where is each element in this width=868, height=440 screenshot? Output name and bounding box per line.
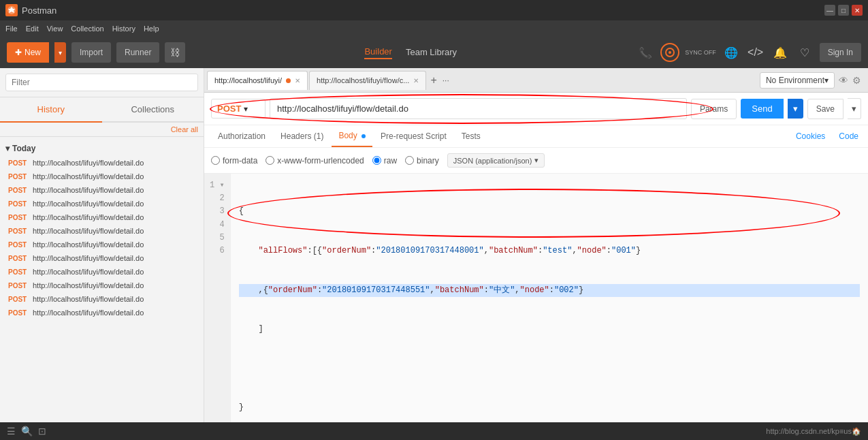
pre-request-tab[interactable]: Pre-request Script: [374, 126, 453, 146]
runner-button[interactable]: Runner: [116, 42, 159, 63]
history-url: http://localhost/lifuyi/flow/detail.do: [33, 281, 144, 289]
tab-2[interactable]: http://localhost/lifuyi/flow/c... ✕: [309, 71, 426, 90]
menu-file[interactable]: File: [5, 25, 18, 33]
form-data-radio[interactable]: [211, 156, 220, 165]
raw-option[interactable]: raw: [372, 156, 397, 166]
menu-edit[interactable]: Edit: [26, 25, 39, 33]
filter-input[interactable]: [5, 74, 198, 91]
postman-icon: [5, 4, 18, 16]
urlencoded-radio[interactable]: [266, 156, 274, 165]
status-bar: ☰ 🔍 ⊡ http://blog.csdn.net/kp≡us🏠: [0, 422, 868, 440]
urlencoded-option[interactable]: x-www-form-urlencoded: [266, 156, 364, 166]
history-item[interactable]: POST http://localhost/lifuyi/flow/detail…: [5, 224, 198, 238]
sign-in-button[interactable]: Sign In: [820, 43, 861, 62]
params-button[interactable]: Params: [691, 99, 737, 119]
team-library-nav[interactable]: Team Library: [406, 47, 457, 59]
line-num: 4: [210, 219, 225, 232]
sidebar-actions: Clear all: [0, 123, 204, 137]
tab-2-close-icon[interactable]: ✕: [413, 77, 419, 84]
method-badge: POST: [8, 241, 29, 249]
tab-dot: [286, 78, 291, 83]
env-dropdown-icon: ▾: [824, 76, 829, 85]
method-badge: POST: [8, 268, 29, 276]
cookies-link[interactable]: Cookies: [793, 126, 828, 146]
history-item[interactable]: POST http://localhost/lifuyi/flow/detail…: [5, 156, 198, 170]
bell-icon-button[interactable]: 🔔: [771, 43, 790, 62]
phone-icon-button[interactable]: 📞: [636, 43, 655, 62]
raw-radio[interactable]: [372, 156, 381, 165]
menu-help[interactable]: Help: [144, 25, 159, 33]
code-line-5: [239, 362, 860, 375]
tests-tab[interactable]: Tests: [455, 126, 487, 146]
history-item[interactable]: POST http://localhost/lifuyi/flow/detail…: [5, 197, 198, 210]
method-badge: POST: [8, 187, 29, 194]
collections-tab[interactable]: Collections: [102, 97, 204, 121]
menu-view[interactable]: View: [47, 25, 63, 33]
menu-collection[interactable]: Collection: [71, 25, 103, 33]
body-tab[interactable]: Body: [332, 125, 372, 147]
line-numbers: 1 ▾ 2 3 4 5 6: [204, 174, 231, 422]
method-text: POST: [217, 104, 241, 114]
history-item[interactable]: POST http://localhost/lifuyi/flow/detail…: [5, 265, 198, 279]
import-button[interactable]: Import: [71, 42, 111, 63]
sub-tabs-right: Cookies Code: [793, 126, 861, 146]
line-num: 5: [210, 232, 225, 245]
sidebar-toggle-icon[interactable]: ☰: [7, 426, 16, 437]
eye-icon[interactable]: 👁: [839, 75, 848, 86]
binary-option[interactable]: binary: [405, 156, 439, 166]
history-item[interactable]: POST http://localhost/lifuyi/flow/detail…: [5, 170, 198, 183]
code-link[interactable]: Code: [836, 126, 861, 146]
history-item[interactable]: POST http://localhost/lifuyi/flow/detail…: [5, 210, 198, 224]
history-item[interactable]: POST http://localhost/lifuyi/flow/detail…: [5, 251, 198, 265]
history-url: http://localhost/lifuyi/flow/detail.do: [33, 254, 144, 262]
history-section: ▾ Today POST http://localhost/lifuyi/flo…: [0, 137, 204, 324]
history-item[interactable]: POST http://localhost/lifuyi/flow/detail…: [5, 238, 198, 251]
tab-1[interactable]: http://localhost/lifuyi/ ✕: [207, 71, 308, 90]
more-tabs-button[interactable]: ···: [440, 76, 452, 85]
method-select[interactable]: POST ▾: [211, 99, 266, 119]
layout-icon[interactable]: ⊡: [38, 426, 46, 437]
main-layout: History Collections Clear all ▾ Today PO…: [0, 68, 868, 422]
send-button[interactable]: Send: [741, 99, 783, 119]
builder-nav[interactable]: Builder: [364, 46, 391, 59]
binary-radio[interactable]: [405, 156, 414, 165]
url-input[interactable]: [270, 98, 687, 119]
new-dropdown-button[interactable]: ▾: [54, 42, 66, 63]
link-icon-button[interactable]: ⛓: [165, 42, 185, 63]
history-item[interactable]: POST http://localhost/lifuyi/flow/detail…: [5, 279, 198, 292]
authorization-tab[interactable]: Authorization: [211, 126, 272, 146]
globe-icon-button[interactable]: 🌐: [722, 43, 741, 62]
env-select[interactable]: No Environment ▾: [760, 72, 835, 89]
settings-icon[interactable]: ⚙: [852, 75, 861, 86]
json-type-dropdown-icon: ▾: [534, 156, 539, 165]
history-url: http://localhost/lifuyi/flow/detail.do: [33, 186, 144, 194]
sub-tabs: Authorization Headers (1) Body Pre-reque…: [204, 125, 868, 148]
form-data-option[interactable]: form-data: [211, 156, 257, 166]
history-item[interactable]: POST http://localhost/lifuyi/flow/detail…: [5, 292, 198, 306]
save-button[interactable]: Save: [807, 99, 843, 119]
send-dropdown-button[interactable]: ▾: [788, 99, 803, 119]
json-type-select[interactable]: JSON (application/json) ▾: [447, 153, 545, 168]
save-dropdown-button[interactable]: ▾: [848, 98, 861, 119]
history-url: http://localhost/lifuyi/flow/detail.do: [33, 200, 144, 208]
radar-button[interactable]: [660, 43, 679, 62]
minimize-button[interactable]: —: [824, 5, 835, 16]
headers-tab[interactable]: Headers (1): [274, 126, 330, 146]
tab-close-icon[interactable]: ✕: [295, 77, 300, 84]
close-button[interactable]: ✕: [852, 5, 863, 16]
maximize-button[interactable]: □: [838, 5, 849, 16]
new-button[interactable]: ✚ New: [7, 42, 49, 63]
history-item[interactable]: POST http://localhost/lifuyi/flow/detail…: [5, 306, 198, 319]
plus-icon: ✚: [15, 48, 22, 57]
history-tab[interactable]: History: [0, 97, 102, 123]
history-item[interactable]: POST http://localhost/lifuyi/flow/detail…: [5, 183, 198, 197]
add-tab-button[interactable]: +: [428, 74, 439, 87]
search-status-icon[interactable]: 🔍: [21, 426, 33, 437]
code-content[interactable]: { "allFlows":[{"orderNum":"2018010917031…: [231, 174, 868, 422]
code-icon-button[interactable]: </>: [746, 43, 765, 62]
menu-history[interactable]: History: [112, 25, 135, 33]
clear-all-button[interactable]: Clear all: [171, 125, 198, 133]
history-url: http://localhost/lifuyi/flow/detail.do: [33, 159, 144, 167]
code-line-3: ,{"orderNum":"20180109170317448551","bat…: [239, 284, 860, 297]
heart-icon-button[interactable]: ♡: [795, 43, 814, 62]
